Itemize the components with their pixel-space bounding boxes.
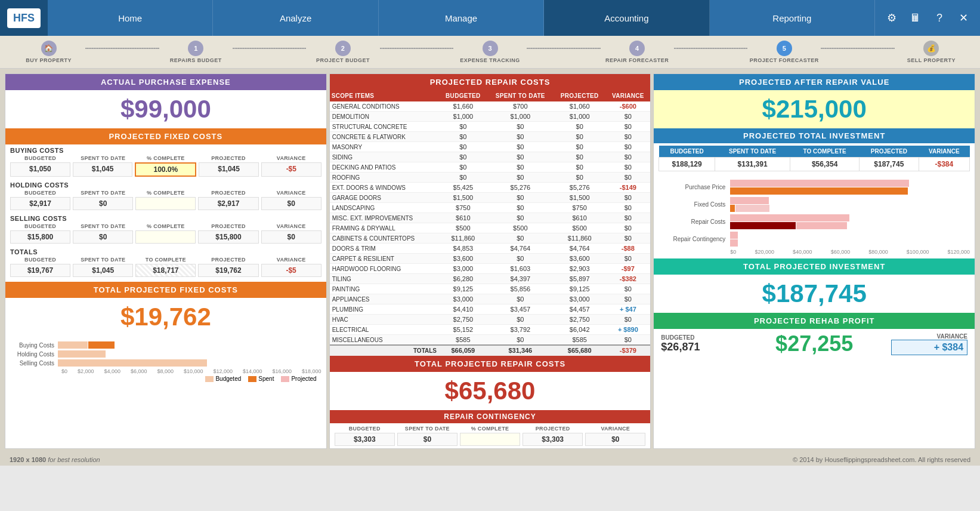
buying-header-3: % COMPLETE — [135, 155, 196, 161]
inv-val-1: $188,129 — [659, 158, 715, 171]
resolution-suffix: for best resolution — [48, 456, 100, 463]
holding-costs-values: $2,917 $0 $2,917 $0 — [10, 197, 321, 210]
repair-scope-9: GARAGE DOORS — [330, 193, 439, 203]
repair-scope-16: HARDWOOD FLOORING — [330, 264, 439, 274]
buying-costs-section: BUYING COSTS BUDGETED SPENT TO DATE % CO… — [5, 144, 326, 179]
buying-header-2: SPENT TO DATE — [73, 155, 133, 161]
repair-variance-1: $0 — [605, 112, 650, 122]
left-chart: Buying Costs Holding Costs Selling Costs — [5, 336, 326, 387]
step-label-2: REPAIRS BUDGET — [170, 57, 222, 63]
col-spent: SPENT TO DATE — [487, 90, 554, 101]
cont-val-3[interactable] — [460, 433, 520, 446]
rchart-repair-bars — [730, 214, 970, 229]
repair-spent-17: $4,397 — [487, 274, 554, 284]
navigation-bar: HFS Home Analyze Manage Accounting Repor… — [0, 0, 980, 36]
total-inv-header: TOTAL PROJECTED INVESTMENT — [654, 258, 975, 275]
help-button[interactable]: ? — [929, 7, 950, 29]
cont-val-4: $3,303 — [523, 433, 583, 446]
contingency-header: REPAIR CONTINGENCY — [330, 410, 651, 423]
selling-costs-headers: BUDGETED SPENT TO DATE % COMPLETE PROJEC… — [10, 223, 321, 229]
rchart-repair-bar-row1 — [730, 214, 970, 221]
repair-budgeted-20: $4,410 — [439, 304, 487, 315]
logo-area: HFS — [0, 0, 48, 36]
repair-variance-16: -$97 — [605, 264, 650, 274]
rchart-fixed-bars — [730, 197, 970, 212]
chart-legend: Budgeted Spent Projected — [10, 374, 321, 383]
buying-val-3[interactable]: 100.0% — [135, 162, 196, 177]
step-label-1: BUY PROPERTY — [26, 57, 72, 63]
settings-button[interactable]: ⚙ — [881, 7, 902, 29]
repair-projected-5: $0 — [554, 152, 605, 162]
holding-val-4: $2,917 — [198, 197, 258, 210]
resolution-size: 1920 x 1080 — [10, 456, 46, 463]
nav-manage[interactable]: Manage — [379, 0, 544, 36]
repair-row-7: ROOFING $0 $0 $0 $0 — [330, 173, 651, 183]
rchart-fixed-b2 — [730, 205, 735, 212]
totals-title: TOTALS — [10, 248, 321, 256]
repair-scope-18: PAINTING — [330, 284, 439, 294]
progress-line-6 — [821, 48, 894, 49]
rchart-fixed-label: Fixed Costs — [659, 201, 730, 208]
buying-val-2: $1,045 — [73, 162, 133, 177]
repair-spent-8: $5,276 — [487, 183, 554, 193]
step-repair-forecaster[interactable]: 4 REPAIR FORECASTER — [601, 41, 674, 63]
repair-projected-21: $2,750 — [554, 315, 605, 325]
repair-scope-14: DOORS & TRIM — [330, 244, 439, 254]
col-variance: VARIANCE — [605, 90, 650, 101]
buying-costs-title: BUYING COSTS — [10, 147, 321, 154]
repair-row-16: HARDWOOD FLOORING $3,000 $1,603 $2,903 -… — [330, 264, 651, 274]
inv-val-2: $131,391 — [715, 158, 790, 171]
nav-reporting[interactable]: Reporting — [710, 0, 875, 36]
total-projected-header: TOTAL PROJECTED FIXED COSTS — [5, 282, 326, 298]
step-project-budget[interactable]: 2 PROJECT BUDGET — [306, 41, 379, 63]
repair-row-0: GENERAL CONDITIONS $1,660 $700 $1,060 -$… — [330, 101, 651, 112]
repair-spent-21: $0 — [487, 315, 554, 325]
repair-row-11: MISC. EXT. IMPROVEMENTS $610 $0 $610 $0 — [330, 213, 651, 223]
selling-val-3[interactable] — [135, 230, 196, 244]
step-label-7: SELL PROPERTY — [907, 57, 956, 63]
inv-col-2: SPENT TO DATE — [715, 146, 790, 158]
repair-row-2: STRUCTURAL CONCRETE $0 $0 $0 $0 — [330, 122, 651, 132]
repair-spent-20: $3,457 — [487, 304, 554, 315]
repair-costs-header: PROJECTED REPAIR COSTS — [330, 74, 651, 90]
repair-spent-1: $1,000 — [487, 112, 554, 122]
selling-val-2: $0 — [73, 230, 133, 244]
holding-costs-section: HOLDING COSTS BUDGETED SPENT TO DATE % C… — [5, 179, 326, 213]
repair-projected-0: $1,060 — [554, 101, 605, 112]
step-sell-property[interactable]: 💰 SELL PROPERTY — [895, 41, 968, 63]
repair-variance-13: $0 — [605, 233, 650, 244]
holding-header-2: SPENT TO DATE — [73, 190, 133, 196]
inv-val-3: $56,354 — [790, 158, 860, 171]
step-project-forecaster[interactable]: 5 PROJECT FORECASTER — [747, 41, 821, 63]
repair-spent-22: $3,792 — [487, 325, 554, 335]
close-button[interactable]: ✕ — [953, 7, 974, 29]
progress-line-3 — [380, 48, 453, 49]
holding-val-3[interactable] — [135, 197, 196, 210]
nav-home[interactable]: Home — [48, 0, 213, 36]
repair-budgeted-14: $4,853 — [439, 244, 487, 254]
repair-scope-22: ELECTRICAL — [330, 325, 439, 335]
cont-val-2: $0 — [397, 433, 457, 446]
rchart-repair-b2 — [730, 222, 796, 229]
repair-row-3: CONCRETE & FLATWORK $0 $0 $0 $0 — [330, 132, 651, 142]
step-buy-property[interactable]: 🏠 BUY PROPERTY — [12, 41, 85, 63]
repair-variance-2: $0 — [605, 122, 650, 132]
inv-col-5: VARIANCE — [919, 146, 969, 158]
nav-analyze[interactable]: Analyze — [213, 0, 378, 36]
nav-items: Home Analyze Manage Accounting Reporting — [48, 0, 875, 36]
totals-header-5: VARIANCE — [261, 257, 321, 263]
nav-accounting[interactable]: Accounting — [544, 0, 709, 36]
step-repairs-budget[interactable]: 1 REPAIRS BUDGET — [159, 41, 233, 63]
repair-scope-15: CARPET & RESILIENT — [330, 254, 439, 264]
repair-spent-4: $0 — [487, 142, 554, 152]
calculator-button[interactable]: 🖩 — [905, 7, 926, 29]
inv-title: PROJECTED TOTAL INVESTMENT — [654, 128, 975, 143]
legend-budgeted-box — [205, 376, 214, 382]
rchart-purchase-b1 — [730, 180, 909, 187]
repair-variance-17: -$382 — [605, 274, 650, 284]
step-expense-tracking[interactable]: 3 EXPENSE TRACKING — [453, 41, 527, 63]
repair-scope-20: PLUMBING — [330, 304, 439, 315]
repair-spent-23: $0 — [487, 335, 554, 346]
rchart-purchase: Purchase Price — [659, 180, 970, 195]
rchart-contingency-b1 — [730, 232, 738, 239]
